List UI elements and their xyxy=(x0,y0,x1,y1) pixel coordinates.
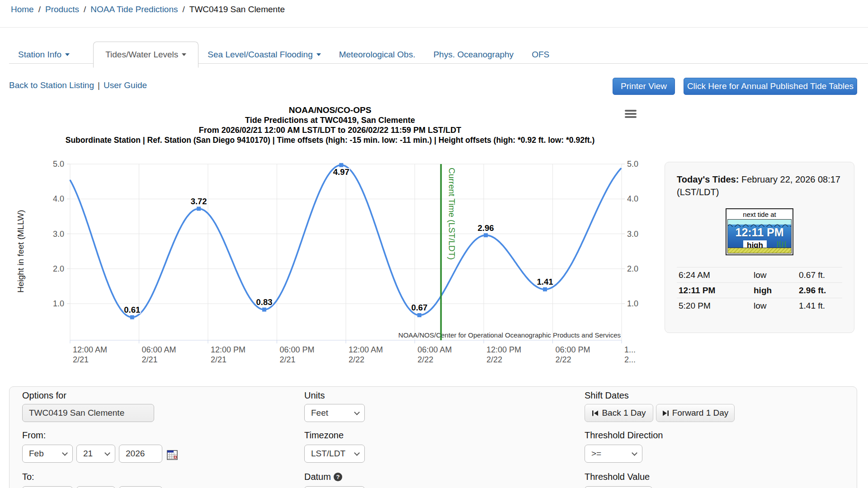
breadcrumb-link-noaa-tide-predictions[interactable]: NOAA Tide Predictions xyxy=(90,5,178,14)
chevron-down-icon xyxy=(104,450,110,456)
svg-text:5.0: 5.0 xyxy=(627,160,638,169)
back-to-station-listing-link[interactable]: Back to Station Listing xyxy=(9,80,94,90)
breadcrumb-link-products[interactable]: Products xyxy=(45,5,79,14)
to-year-input[interactable] xyxy=(119,486,162,488)
to-label: To: xyxy=(22,472,34,482)
options-for-label: Options for xyxy=(22,390,66,401)
todays-tides-heading: Today's Tides: February 22, 2026 08:17 (… xyxy=(677,173,842,198)
tab-station-info[interactable]: Station Info xyxy=(18,50,70,60)
timezone-select[interactable]: LST/LDT xyxy=(304,445,365,463)
svg-text:2/22: 2/22 xyxy=(556,355,571,364)
svg-text:2.96: 2.96 xyxy=(478,223,494,233)
threshold-value-input[interactable] xyxy=(585,486,652,488)
chevron-down-icon xyxy=(62,450,68,456)
tab-tides-water-levels[interactable]: Tides/Water Levels xyxy=(93,42,198,68)
svg-text:2/21: 2/21 xyxy=(280,355,296,364)
breadcrumb-link-home[interactable]: Home xyxy=(11,5,34,14)
tab-meteorological-obs[interactable]: Meteorological Obs. xyxy=(339,50,415,60)
seaweed-icon xyxy=(776,237,788,249)
svg-text:12:00 PM: 12:00 PM xyxy=(486,345,521,354)
tide-row: 5:20 PMlow1.41 ft. xyxy=(677,298,842,313)
chevron-down-icon xyxy=(354,409,360,415)
svg-text:12:00 AM: 12:00 AM xyxy=(73,345,107,354)
units-label: Units xyxy=(304,390,325,401)
datum-label: Datum? xyxy=(304,472,342,482)
breadcrumb-separator: / xyxy=(38,5,41,14)
from-label: From: xyxy=(22,430,46,441)
breadcrumb: Home/Products/NOAA Tide Predictions/TWC0… xyxy=(11,5,285,14)
chart-title: NOAA/NOS/CO-OPS xyxy=(0,105,660,115)
svg-text:2/21: 2/21 xyxy=(142,355,158,364)
svg-text:0.83: 0.83 xyxy=(256,297,273,307)
chevron-down-icon xyxy=(182,53,186,56)
svg-text:4.0: 4.0 xyxy=(53,194,64,203)
tide-row-next: 12:11 PMhigh2.96 ft. xyxy=(677,282,842,298)
svg-text:06:00 AM: 06:00 AM xyxy=(418,345,452,354)
svg-text:3.0: 3.0 xyxy=(53,230,64,239)
to-month-select[interactable] xyxy=(22,486,73,488)
shift-dates-label: Shift Dates xyxy=(585,390,629,401)
printer-view-button[interactable]: Printer View xyxy=(613,78,675,95)
next-tide-graphic: 12:11 PM high xyxy=(727,219,792,253)
svg-text:06:00 PM: 06:00 PM xyxy=(280,345,315,354)
todays-tides-panel: Today's Tides: February 22, 2026 08:17 (… xyxy=(665,162,854,333)
to-day-select[interactable] xyxy=(76,486,115,488)
units-select[interactable]: Feet xyxy=(304,404,365,422)
station-name-box: TWC0419 San Clemente xyxy=(22,404,154,422)
forward-1-day-button[interactable]: Forward 1 Day xyxy=(656,404,735,422)
svg-text:12:00 PM: 12:00 PM xyxy=(211,345,245,354)
svg-text:4.97: 4.97 xyxy=(333,167,349,177)
back-1-day-button[interactable]: Back 1 Day xyxy=(585,404,653,422)
next-tide-caption: next tide at xyxy=(727,210,792,219)
threshold-value-label: Threshold Value xyxy=(585,472,650,482)
timezone-label: Timezone xyxy=(304,430,344,441)
svg-text:2/22: 2/22 xyxy=(418,355,434,364)
next-tide-widget: next tide at 12:11 PM high xyxy=(726,208,793,255)
chart-menu-icon[interactable] xyxy=(625,110,637,119)
tab-ofs[interactable]: OFS xyxy=(532,50,549,60)
svg-text:2/21: 2/21 xyxy=(73,355,89,364)
breadcrumb-current-station: TWC0419 San Clemente xyxy=(189,5,285,14)
svg-text:06:00 PM: 06:00 PM xyxy=(556,345,590,354)
svg-text:1.41: 1.41 xyxy=(537,277,553,286)
svg-text:Height in feet (MLLW): Height in feet (MLLW) xyxy=(16,210,25,292)
link-separator: | xyxy=(98,80,100,90)
user-guide-link[interactable]: User Guide xyxy=(104,80,147,90)
chart-subtitle-station: Tide Predictions at TWC0419, San Clement… xyxy=(0,115,660,125)
sub-links: Back to Station Listing|User Guide xyxy=(9,80,147,90)
calendar-icon[interactable] xyxy=(167,450,178,460)
help-icon[interactable]: ? xyxy=(334,473,342,481)
svg-text:1.0: 1.0 xyxy=(627,299,638,308)
svg-text:1.0: 1.0 xyxy=(53,299,64,308)
svg-text:2/22: 2/22 xyxy=(349,355,364,364)
svg-text:06:00 AM: 06:00 AM xyxy=(142,345,176,354)
breadcrumb-separator: / xyxy=(84,5,86,14)
svg-text:12:00 AM: 12:00 AM xyxy=(349,345,383,354)
chart-title-block: NOAA/NOS/CO-OPS Tide Predictions at TWC0… xyxy=(0,105,660,145)
svg-text:2...: 2... xyxy=(624,355,636,364)
threshold-direction-label: Threshold Direction xyxy=(585,430,663,441)
svg-text:NOAA/NOS/Center for Operationa: NOAA/NOS/Center for Operational Oceanogr… xyxy=(398,331,621,339)
divider xyxy=(0,27,868,28)
tide-row: 6:24 AMlow0.67 ft. xyxy=(677,267,842,282)
svg-text:3.0: 3.0 xyxy=(627,230,638,239)
options-panel: Options for TWC0419 San Clemente From: F… xyxy=(9,386,857,488)
chart-subtitle-offsets: Subordinate Station | Ref. Station (San … xyxy=(0,135,660,145)
svg-text:5.0: 5.0 xyxy=(53,160,64,169)
from-year-input[interactable]: 2026 xyxy=(119,445,162,463)
annual-tide-tables-button[interactable]: Click Here for Annual Published Tide Tab… xyxy=(684,78,857,95)
svg-text:0.67: 0.67 xyxy=(411,303,428,312)
tab-phys-oceanography[interactable]: Phys. Oceanography xyxy=(434,50,514,60)
svg-text:2/21: 2/21 xyxy=(211,355,226,364)
datum-select[interactable] xyxy=(304,486,365,488)
skip-back-icon xyxy=(592,410,599,417)
svg-text:2/22: 2/22 xyxy=(486,355,502,364)
tabbar: Station Info Tides/Water Levels Sea Leve… xyxy=(18,42,567,68)
tide-events-table: 6:24 AMlow0.67 ft. 12:11 PMhigh2.96 ft. … xyxy=(677,267,842,313)
from-month-select[interactable]: Feb xyxy=(22,445,73,463)
tab-sea-level-coastal-flooding[interactable]: Sea Level/Coastal Flooding xyxy=(208,50,321,60)
svg-text:4.0: 4.0 xyxy=(627,194,638,203)
threshold-direction-select[interactable]: >= xyxy=(585,445,642,463)
skip-forward-icon xyxy=(662,410,669,417)
from-day-select[interactable]: 21 xyxy=(76,445,115,463)
